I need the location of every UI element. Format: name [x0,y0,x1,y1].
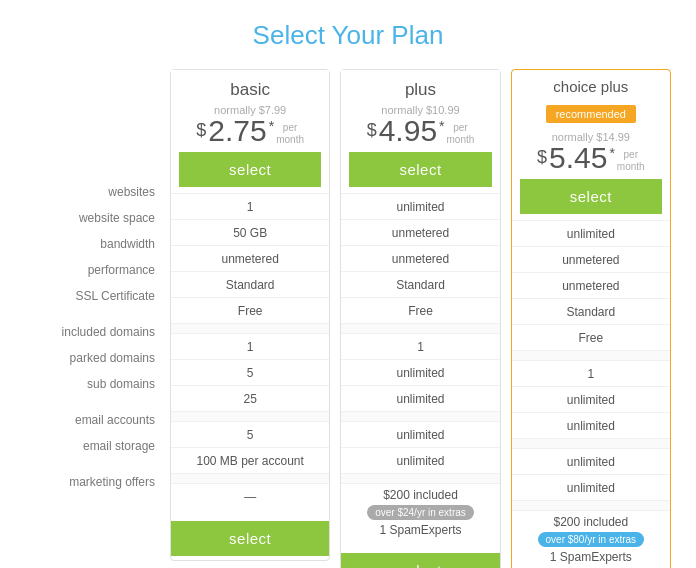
basic-included-domains: 1 [171,333,329,359]
feature-included-domains: included domains [20,319,165,345]
basic-gap1 [171,323,329,333]
feature-bandwidth: bandwidth [20,231,165,257]
plan-basic-select-bottom[interactable]: select [171,521,329,556]
spacer-2 [20,397,165,407]
choice-performance: Standard [512,298,670,324]
plus-website-space: unmetered [341,219,499,245]
plan-plus-per: permonth [447,122,475,146]
plans-container: websites website space bandwidth perform… [0,69,696,568]
plus-parked-domains: unlimited [341,359,499,385]
plus-email-accounts: unlimited [341,421,499,447]
feature-performance: performance [20,257,165,283]
plus-extras-badge: over $24/yr in extras [367,505,474,520]
plan-basic-dollar: $ [196,120,206,141]
plus-websites: unlimited [341,193,499,219]
choice-email-storage: unlimited [512,474,670,500]
plan-choice-plus-select-top[interactable]: select [520,179,662,214]
plan-basic-name: basic [179,80,321,100]
plus-gap1 [341,323,499,333]
plan-choice-plus-asterisk: * [609,145,614,161]
basic-bandwidth: unmetered [171,245,329,271]
basic-email-storage: 100 MB per account [171,447,329,473]
feature-ssl: SSL Certificate [20,283,165,309]
choice-bandwidth: unmetered [512,272,670,298]
choice-website-space: unmetered [512,246,670,272]
plan-plus-dollar: $ [367,120,377,141]
plan-basic: basic normally $7.99 $ 2.75 * permonth s… [170,69,330,561]
choice-gap3 [512,500,670,510]
basic-gap3 [171,473,329,483]
feature-email-storage: email storage [20,433,165,459]
basic-marketing-text: — [244,490,256,504]
basic-ssl: Free [171,297,329,323]
basic-parked-domains: 5 [171,359,329,385]
features-column: websites website space bandwidth perform… [20,69,165,495]
choice-extras-badge: over $80/yr in extras [538,532,645,547]
feature-website-space: website space [20,205,165,231]
choice-spamexperts: 1 SpamExperts [550,550,632,564]
plan-basic-select-top[interactable]: select [179,152,321,187]
basic-gap2 [171,411,329,421]
recommended-badge: recommended [546,105,636,123]
choice-plus-top: choice plus [512,70,670,95]
plan-plus-asterisk: * [439,118,444,134]
plan-choice-plus-dollar: $ [537,147,547,168]
choice-gap1 [512,350,670,360]
basic-marketing: — [171,483,329,509]
choice-marketing: $200 included over $80/yr in extras 1 Sp… [512,510,670,568]
plus-marketing-200: $200 included [383,488,458,502]
plan-basic-amount: 2.75 [208,116,266,146]
plan-plus: plus normally $10.99 $ 4.95 * permonth s… [340,69,500,568]
plan-plus-values: unlimited unmetered unmetered Standard F… [341,193,499,541]
plan-plus-header: plus normally $10.99 $ 4.95 * permonth s… [341,70,499,193]
plan-plus-footer: select [341,541,499,568]
choice-email-accounts: unlimited [512,448,670,474]
plan-basic-footer: select [171,509,329,560]
basic-sub-domains: 25 [171,385,329,411]
plan-choice-plus-header: recommended normally $14.99 $ 5.45 * per… [512,95,670,220]
plan-plus-amount: 4.95 [379,116,437,146]
plus-bandwidth: unmetered [341,245,499,271]
plan-basic-price: $ 2.75 * permonth [179,116,321,146]
choice-marketing-200: $200 included [553,515,628,529]
basic-email-accounts: 5 [171,421,329,447]
choice-parked-domains: unlimited [512,386,670,412]
spacer-3 [20,459,165,469]
plan-basic-asterisk: * [269,118,274,134]
plus-spamexperts: 1 SpamExperts [379,523,461,537]
plan-basic-header: basic normally $7.99 $ 2.75 * permonth s… [171,70,329,193]
spacer-1 [20,309,165,319]
feature-parked-domains: parked domains [20,345,165,371]
choice-ssl: Free [512,324,670,350]
basic-website-space: 50 GB [171,219,329,245]
feature-email-accounts: email accounts [20,407,165,433]
plus-marketing: $200 included over $24/yr in extras 1 Sp… [341,483,499,541]
plus-email-storage: unlimited [341,447,499,473]
plan-plus-select-top[interactable]: select [349,152,491,187]
plan-choice-plus: choice plus recommended normally $14.99 … [511,69,671,568]
plus-gap2 [341,411,499,421]
feature-websites: websites [20,179,165,205]
plan-plus-name: plus [349,80,491,100]
plan-plus-price: $ 4.95 * permonth [349,116,491,146]
plus-performance: Standard [341,271,499,297]
choice-gap2 [512,438,670,448]
choice-sub-domains: unlimited [512,412,670,438]
choice-websites: unlimited [512,220,670,246]
feature-marketing-offers: marketing offers [20,469,165,495]
plan-choice-plus-name-top: choice plus [512,74,670,95]
plus-included-domains: 1 [341,333,499,359]
plan-basic-per: permonth [276,122,304,146]
plan-choice-plus-values: unlimited unmetered unmetered Standard F… [512,220,670,568]
basic-performance: Standard [171,271,329,297]
plan-plus-select-bottom[interactable]: select [341,553,499,568]
plus-sub-domains: unlimited [341,385,499,411]
plan-basic-values: 1 50 GB unmetered Standard Free 1 5 25 5… [171,193,329,509]
plan-choice-plus-amount: 5.45 [549,143,607,173]
basic-websites: 1 [171,193,329,219]
feature-sub-domains: sub domains [20,371,165,397]
page-title: Select Your Plan [0,0,696,69]
plan-choice-plus-per: permonth [617,149,645,173]
choice-included-domains: 1 [512,360,670,386]
plus-ssl: Free [341,297,499,323]
